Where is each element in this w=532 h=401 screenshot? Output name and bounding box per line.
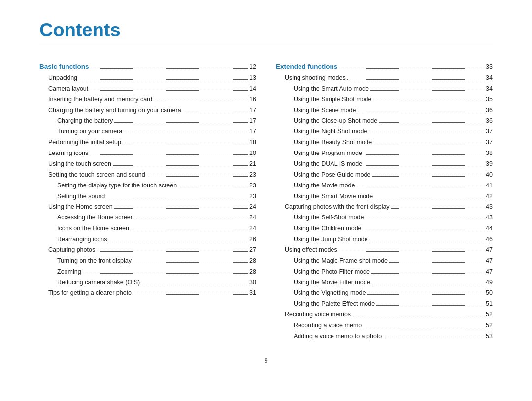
entry-text: Using the Program mode: [276, 148, 362, 159]
entry-page: 18: [249, 137, 256, 148]
list-item: Using the Beauty Shot mode 37: [276, 137, 493, 148]
entry-dots: [183, 112, 248, 112]
right-section-page: 33: [486, 62, 493, 73]
list-item: Setting the touch screen and sound 23: [39, 170, 256, 181]
toc-container: Basic functions 12 Unpacking 13 Camera l…: [39, 61, 493, 342]
entry-text: Using the Home screen: [39, 202, 113, 213]
entry-text: Capturing photos: [39, 245, 95, 256]
entry-text: Using the touch screen: [39, 159, 111, 170]
entry-page: 23: [249, 170, 256, 181]
entry-dots: [365, 219, 484, 219]
list-item: Charging the battery 17: [39, 116, 256, 126]
list-item: Recording voice memos 52: [276, 309, 493, 320]
entry-text: Learning icons: [39, 148, 88, 159]
entry-dots: [133, 262, 248, 263]
entry-text: Using the Photo Filter mode: [276, 267, 370, 278]
entry-page: 17: [249, 126, 256, 137]
entry-page: 20: [249, 148, 256, 159]
list-item: Using the Children mode 44: [276, 223, 493, 234]
entry-dots: [391, 208, 484, 209]
entry-page: 34: [486, 73, 493, 84]
entry-text: Using the Close-up Shot mode: [276, 116, 377, 126]
entry-dots: [376, 305, 484, 306]
entry-page: 37: [486, 126, 493, 137]
list-item: Using the Vignetting mode 50: [276, 288, 493, 299]
entry-text: Using the Vignetting mode: [276, 288, 366, 299]
entry-dots: [369, 241, 484, 241]
list-item: Using the touch screen 21: [39, 159, 256, 170]
entry-dots: [339, 251, 484, 252]
list-item: Capturing photos 27: [39, 245, 256, 256]
list-item: Using the Photo Filter mode 47: [276, 267, 493, 278]
entry-dots: [352, 316, 484, 316]
entry-text: Rearranging icons: [39, 234, 107, 245]
entry-page: 53: [486, 331, 493, 342]
entry-text: Using the Pose Guide mode: [276, 170, 370, 181]
entry-text: Using the Smart Movie mode: [276, 191, 373, 202]
list-item: Charging the battery and turning on your…: [39, 105, 256, 116]
entry-page: 46: [486, 234, 493, 245]
entry-text: Turning on the front display: [39, 256, 132, 267]
entry-page: 41: [486, 181, 493, 191]
list-item: Reducing camera shake (OIS) 30: [39, 278, 256, 288]
entry-text: Recording a voice memo: [276, 320, 362, 331]
entry-page: 38: [486, 148, 493, 159]
entry-text: Accessing the Home screen: [39, 213, 134, 223]
entry-page: 14: [249, 84, 256, 94]
entry-dots: [371, 273, 484, 274]
entry-text: Turning on your camera: [39, 126, 122, 137]
list-item: Setting the display type for the touch s…: [39, 181, 256, 191]
entry-dots: [113, 165, 248, 166]
list-item: Using the Self-Shot mode 43: [276, 213, 493, 223]
entry-dots: [97, 251, 248, 252]
entry-dots: [364, 154, 484, 155]
entry-dots: [147, 176, 248, 177]
entry-page: 51: [486, 299, 493, 309]
entry-dots: [114, 208, 248, 209]
entry-text: Reducing camera shake (OIS): [39, 278, 140, 288]
entry-text: Camera layout: [39, 84, 88, 94]
entry-page: 47: [486, 256, 493, 267]
title-divider: [39, 46, 493, 46]
entry-dots: [90, 90, 248, 91]
left-entries: Unpacking 13 Camera layout 14 Inserting …: [39, 73, 256, 299]
entry-page: 28: [249, 256, 256, 267]
entry-text: Using the Simple Shot mode: [276, 94, 371, 105]
list-item: Using shooting modes 34: [276, 73, 493, 84]
list-item: Using the Movie Filter mode 49: [276, 278, 493, 288]
list-item: Using the Pose Guide mode 40: [276, 170, 493, 181]
list-item: Using the DUAL IS mode 39: [276, 159, 493, 170]
entry-text: Using the Self-Shot mode: [276, 213, 364, 223]
left-section-title: Basic functions: [39, 61, 89, 73]
list-item: Using the Smart Movie mode 42: [276, 191, 493, 202]
list-item: Unpacking 13: [39, 73, 256, 84]
right-column: Extended functions 33 Using shooting mod…: [276, 61, 493, 342]
list-item: Using the Program mode 38: [276, 148, 493, 159]
entry-dots: [373, 144, 484, 144]
entry-page: 30: [249, 278, 256, 288]
entry-page: 36: [486, 105, 493, 116]
entry-dots: [389, 262, 484, 263]
list-item: Recording a voice memo 52: [276, 320, 493, 331]
entry-dots: [373, 101, 484, 101]
entry-text: Using the Children mode: [276, 223, 362, 234]
list-item: Using the Home screen 24: [39, 202, 256, 213]
entry-page: 21: [249, 159, 256, 170]
entry-dots: [372, 176, 484, 177]
entry-dots: [374, 198, 484, 198]
entry-page: 49: [486, 278, 493, 288]
page-number: 9: [39, 357, 493, 364]
entry-page: 27: [249, 245, 256, 256]
entry-dots: [367, 294, 484, 295]
entry-text: Using the Magic Frame shot mode: [276, 256, 388, 267]
entry-text: Inserting the battery and memory card: [39, 94, 152, 105]
entry-page: 13: [249, 73, 256, 84]
entry-dots: [131, 230, 248, 230]
entry-page: 24: [249, 223, 256, 234]
entry-page: 28: [249, 267, 256, 278]
list-item: Using the Close-up Shot mode 36: [276, 116, 493, 126]
page-title: Contents: [39, 20, 493, 41]
entry-text: Performing the initial setup: [39, 137, 121, 148]
entry-page: 50: [486, 288, 493, 299]
list-item: Adding a voice memo to a photo 53: [276, 331, 493, 342]
